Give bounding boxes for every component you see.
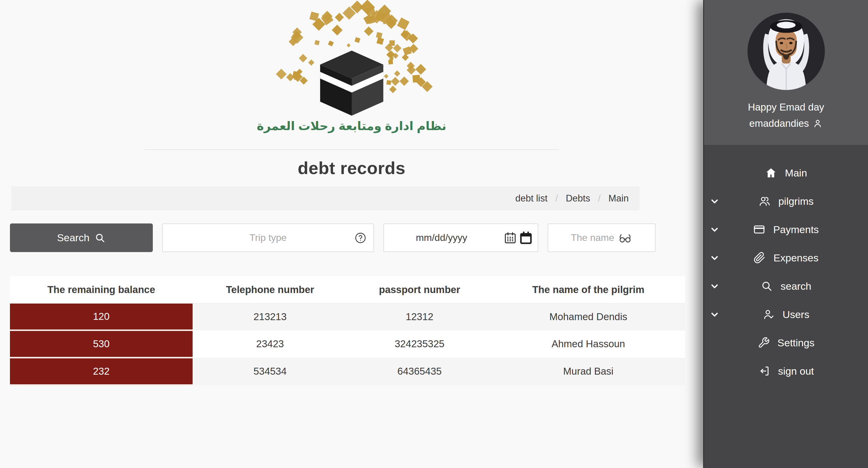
chevron-down-icon[interactable] <box>710 196 720 206</box>
trip-type-input[interactable] <box>163 224 373 252</box>
table-row: 12021321312312Mohamed Dendis <box>10 304 685 330</box>
app-logo-arabic-title: نظام ادارة ومتابعة رحلات العمرة <box>0 119 703 133</box>
kaaba-logo-icon <box>267 0 436 115</box>
filters-row: Search <box>10 224 703 252</box>
cell-pilgrim-name: Ahmed Hassoun <box>492 330 685 358</box>
sidebar: Happy Emad day emaddandies Main pilgrims <box>703 0 868 468</box>
glasses-icon <box>618 232 632 244</box>
breadcrumb-item-debt-list: debt list <box>516 193 548 204</box>
sign-out-icon <box>758 365 770 377</box>
chevron-down-icon[interactable] <box>710 281 720 291</box>
sidebar-item-label: pilgrims <box>778 196 813 207</box>
expenses-icon <box>753 252 766 264</box>
home-icon <box>765 167 777 179</box>
username: emaddandies <box>749 118 809 129</box>
cell-passport: 12312 <box>347 304 492 330</box>
cell-pilgrim-name: Murad Basi <box>492 358 685 385</box>
name-field[interactable]: The name <box>548 224 655 252</box>
search-button[interactable]: Search <box>10 224 153 252</box>
search-button-label: Search <box>57 232 90 244</box>
sidebar-item-label: Main <box>785 167 807 179</box>
table-body: 12021321312312Mohamed Dendis530234233242… <box>10 304 685 385</box>
sidebar-item-label: sign out <box>778 365 814 377</box>
sidebar-item-users[interactable]: Users <box>704 300 868 329</box>
sidebar-item-search[interactable]: search <box>704 272 868 300</box>
date-field <box>383 224 538 252</box>
pilgrims-icon <box>758 195 770 207</box>
sidebar-menu: Main pilgrims Payments Expenses search U… <box>704 145 868 385</box>
cell-remaining-balance: 530 <box>10 330 193 358</box>
page-title: debt records <box>0 158 703 178</box>
cell-passport: 324235325 <box>347 330 492 358</box>
sidebar-item-expenses[interactable]: Expenses <box>704 244 868 272</box>
column-header-telephone-number: Telephone number <box>193 276 347 304</box>
sidebar-user-panel: Happy Emad day emaddandies <box>704 0 868 145</box>
help-icon <box>354 232 367 244</box>
column-header-the-remaining-balance: The remaining balance <box>10 276 193 304</box>
table-row: 53023423324235325Ahmed Hassoun <box>10 330 685 358</box>
settings-icon <box>758 337 770 349</box>
user-display-name: Happy Emad day <box>748 101 824 113</box>
sidebar-item-label: Users <box>783 309 809 321</box>
search-icon <box>94 232 106 244</box>
table-header-row: The remaining balanceTelephone numberpas… <box>10 276 685 304</box>
breadcrumb: debt list/Debts/Main <box>11 187 640 210</box>
cell-telephone: 534534 <box>193 358 347 385</box>
column-header-the-name-of-the-pilgrim: The name of the pilgrim <box>492 276 685 304</box>
cell-telephone: 213213 <box>193 304 347 330</box>
calendar-icon[interactable] <box>518 230 533 245</box>
payments-icon <box>753 224 765 235</box>
column-header-passport-number: passport number <box>347 276 492 304</box>
app: نظام ادارة ومتابعة رحلات العمرة debt rec… <box>0 0 868 468</box>
sidebar-item-label: Settings <box>778 337 815 349</box>
trip-type-field <box>162 224 374 252</box>
users-icon <box>763 308 775 321</box>
breadcrumb-item-main[interactable]: Main <box>609 193 629 204</box>
main-content: نظام ادارة ومتابعة رحلات العمرة debt rec… <box>0 0 703 468</box>
avatar <box>747 13 825 90</box>
breadcrumb-separator: / <box>555 193 558 204</box>
sidebar-item-pilgrims[interactable]: pilgrims <box>704 187 868 215</box>
debts-table: The remaining balanceTelephone numberpas… <box>10 276 685 386</box>
breadcrumb-separator: / <box>598 193 601 204</box>
cell-passport: 64365435 <box>347 358 492 385</box>
sidebar-item-label: search <box>781 280 811 292</box>
cell-remaining-balance: 232 <box>10 358 193 385</box>
search-icon <box>761 280 773 292</box>
sidebar-item-sign-out[interactable]: sign out <box>704 357 868 385</box>
sidebar-item-label: Payments <box>773 224 818 235</box>
table-row: 23253453464365435Murad Basi <box>10 358 685 385</box>
chevron-down-icon[interactable] <box>710 309 720 320</box>
calendar-grid-icon <box>503 231 517 245</box>
username-row: emaddandies <box>749 118 823 129</box>
breadcrumb-item-debts[interactable]: Debts <box>566 193 590 204</box>
sidebar-item-label: Expenses <box>773 252 818 264</box>
cell-pilgrim-name: Mohamed Dendis <box>492 304 685 330</box>
cell-remaining-balance: 120 <box>10 304 193 330</box>
app-logo: نظام ادارة ومتابعة رحلات العمرة <box>0 0 703 133</box>
divider <box>145 149 559 150</box>
cell-telephone: 23423 <box>193 330 347 358</box>
chevron-down-icon[interactable] <box>710 253 720 263</box>
name-input-placeholder: The name <box>571 232 614 243</box>
sidebar-item-main[interactable]: Main <box>704 159 868 187</box>
chevron-down-icon[interactable] <box>710 224 720 235</box>
sidebar-item-payments[interactable]: Payments <box>704 215 868 244</box>
user-icon <box>812 119 823 129</box>
sidebar-item-settings[interactable]: Settings <box>704 329 868 357</box>
